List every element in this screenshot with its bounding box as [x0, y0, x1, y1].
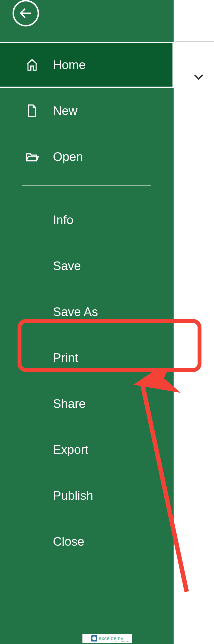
- expand-chevron[interactable]: [192, 70, 206, 84]
- menu-item-open[interactable]: Open: [0, 134, 174, 180]
- open-folder-icon: [22, 150, 42, 164]
- menu-item-close[interactable]: Close: [0, 518, 174, 564]
- menu-item-label: Print: [53, 351, 78, 365]
- menu-item-label: Share: [53, 397, 86, 411]
- watermark-logo-icon: [91, 635, 97, 641]
- back-arrow-icon: [18, 6, 33, 21]
- home-icon: [22, 58, 42, 72]
- menu-item-label: Close: [53, 535, 84, 548]
- menu-item-label: New: [53, 104, 77, 118]
- watermark-subtext: EXCEL · DATA · BI: [111, 640, 129, 643]
- menu-item-save-as[interactable]: Save As: [0, 289, 174, 335]
- backstage-sidebar: Home New Open Info: [0, 0, 174, 644]
- menu-item-label: Save As: [53, 305, 98, 319]
- menu-item-publish[interactable]: Publish: [0, 472, 174, 518]
- watermark: exceldemy EXCEL · DATA · BI: [82, 634, 132, 643]
- menu-item-label: Save: [53, 259, 81, 273]
- menu-item-label: Export: [53, 443, 88, 457]
- menu-divider: [22, 185, 151, 186]
- menu-item-new[interactable]: New: [0, 88, 174, 134]
- menu-item-label: Open: [53, 150, 83, 164]
- chevron-down-icon: [192, 70, 206, 84]
- back-button[interactable]: [13, 0, 39, 26]
- menu-item-label: Info: [53, 213, 73, 227]
- new-file-icon: [22, 104, 42, 118]
- menu-item-print[interactable]: Print: [0, 335, 174, 381]
- menu-item-share[interactable]: Share: [0, 381, 174, 427]
- backstage-menu: Home New Open Info: [0, 42, 174, 564]
- menu-item-label: Home: [53, 58, 86, 72]
- menu-item-export[interactable]: Export: [0, 427, 174, 472]
- menu-item-info[interactable]: Info: [0, 197, 174, 243]
- menu-item-label: Publish: [53, 489, 93, 503]
- content-top-border: [175, 41, 214, 42]
- menu-item-save[interactable]: Save: [0, 243, 174, 289]
- menu-item-home[interactable]: Home: [0, 42, 174, 88]
